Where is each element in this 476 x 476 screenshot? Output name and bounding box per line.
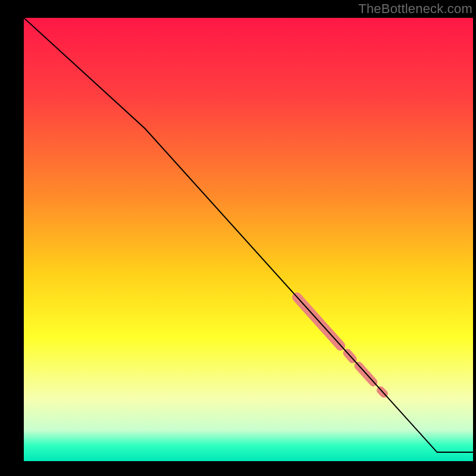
watermark-text: TheBottleneck.com — [358, 1, 472, 17]
gradient-background — [24, 18, 473, 461]
chart-frame: TheBottleneck.com — [0, 0, 476, 476]
chart-canvas — [0, 0, 476, 476]
